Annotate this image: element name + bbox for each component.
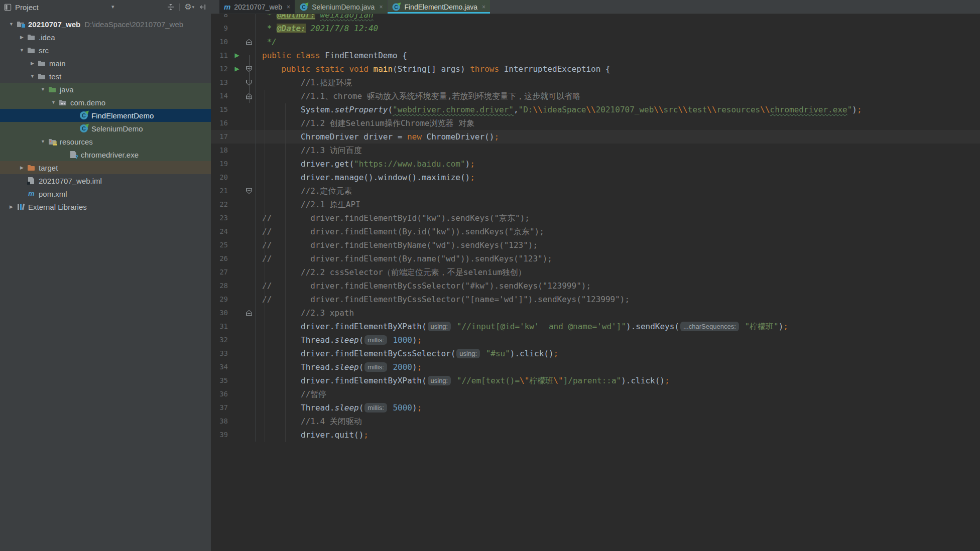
fold-marker-icon[interactable] — [243, 35, 255, 49]
tree-item-resources[interactable]: ▼resources — [0, 135, 211, 148]
code-text[interactable]: ChromeDriver driver = new ChromeDriver()… — [255, 130, 980, 144]
hide-panel-icon[interactable] — [199, 3, 207, 11]
code-line[interactable]: 14 //1.1、chrome 驱动放入系统环境变量,若放到环境变量下，这步就可… — [211, 89, 980, 103]
code-text[interactable]: //2.3 xpath — [255, 306, 980, 320]
expand-arrow[interactable]: ▼ — [27, 74, 38, 79]
code-text[interactable]: // driver.findElementByCssSelector("[nam… — [255, 293, 980, 306]
expand-arrow[interactable]: ▶ — [27, 61, 38, 66]
line-number[interactable]: 17 — [211, 130, 231, 144]
tree-item-20210707-web-iml[interactable]: 20210707_web.iml — [0, 174, 211, 187]
tab-close-icon[interactable]: × — [379, 4, 383, 11]
code-line[interactable]: 9 * @Date: 2021/7/8 12:40 — [211, 22, 980, 35]
tree-item-java[interactable]: ▼java — [0, 83, 211, 96]
code-line[interactable]: 11▶public class FindElementDemo { — [211, 49, 980, 62]
code-line[interactable]: 38 //1.4 关闭驱动 — [211, 415, 980, 428]
line-number[interactable]: 13 — [211, 76, 231, 89]
settle-icon[interactable] — [167, 3, 175, 11]
code-line[interactable]: 27 //2.2 cssSelector（前端定位元素，不是selenium独创… — [211, 265, 980, 279]
tab-20210707-web[interactable]: m20210707_web× — [219, 0, 295, 14]
code-text[interactable]: Thread.sleep(millis: 5000); — [255, 401, 980, 415]
code-text[interactable]: //1.2 创建Selenium操作Chrome浏览器 对象 — [255, 116, 980, 130]
code-text[interactable]: public class FindElementDemo { — [255, 49, 980, 62]
code-line[interactable]: 32 Thread.sleep(millis: 1000); — [211, 333, 980, 347]
line-number[interactable]: 36 — [211, 387, 231, 401]
expand-arrow[interactable]: ▶ — [17, 165, 27, 170]
expand-arrow[interactable]: ▼ — [17, 48, 27, 53]
code-text[interactable]: //1.1、chrome 驱动放入系统环境变量,若放到环境变量下，这步就可以省略 — [255, 89, 980, 103]
code-line[interactable]: 36 //暂停 — [211, 387, 980, 401]
code-line[interactable]: 15 System.setProperty("webdriver.chrome.… — [211, 103, 980, 116]
code-line[interactable]: 35 driver.findElementByXPath(using: "//e… — [211, 374, 980, 387]
code-line[interactable]: 20 driver.manage().window().maximize(); — [211, 171, 980, 184]
code-text[interactable]: driver.findElementByXPath(using: "//em[t… — [255, 374, 980, 387]
code-text[interactable]: // driver.findElement(By.name("wd")).sen… — [255, 252, 980, 265]
line-number[interactable]: 39 — [211, 428, 231, 442]
line-number[interactable]: 31 — [211, 320, 231, 333]
line-number[interactable]: 27 — [211, 265, 231, 279]
line-number[interactable]: 20 — [211, 171, 231, 184]
line-number[interactable]: 25 — [211, 238, 231, 252]
tree-item-com-demo[interactable]: ▼com.demo — [0, 96, 211, 109]
code-line[interactable]: 23// driver.findElementById("kw").sendKe… — [211, 211, 980, 225]
code-line[interactable]: 26// driver.findElement(By.name("wd")).s… — [211, 252, 980, 265]
tree-item-chromedriver-exe[interactable]: ?chromedriver.exe — [0, 148, 211, 161]
code-line[interactable]: 13 //1.搭建环境 — [211, 76, 980, 89]
code-text[interactable]: driver.quit(); — [255, 428, 980, 442]
code-line[interactable]: 19 driver.get("https://www.baidu.com"); — [211, 157, 980, 171]
code-line[interactable]: 25// driver.findElementByName("wd").send… — [211, 238, 980, 252]
line-number[interactable]: 33 — [211, 347, 231, 360]
code-text[interactable]: driver.findElementByCssSelector(using: "… — [255, 347, 980, 360]
line-number[interactable]: 30 — [211, 306, 231, 320]
line-number[interactable]: 8 — [211, 14, 231, 22]
code-text[interactable]: //2.定位元素 — [255, 184, 980, 198]
line-number[interactable]: 34 — [211, 360, 231, 374]
code-line[interactable]: 39 driver.quit(); — [211, 428, 980, 442]
line-number[interactable]: 32 — [211, 333, 231, 347]
expand-arrow[interactable]: ▼ — [38, 139, 48, 144]
expand-arrow[interactable]: ▼ — [6, 22, 17, 27]
code-text[interactable]: //1.搭建环境 — [255, 76, 980, 89]
code-text[interactable]: driver.findElementByXPath(using: "//inpu… — [255, 320, 980, 333]
gear-icon[interactable]: ⚙ ▾ — [184, 3, 194, 11]
tab-close-icon[interactable]: × — [287, 4, 290, 11]
code-text[interactable]: //1.4 关闭驱动 — [255, 415, 980, 428]
tree-item-target[interactable]: ▶target — [0, 161, 211, 174]
tree-item-pom-xml[interactable]: mpom.xml — [0, 187, 211, 200]
line-number[interactable]: 26 — [211, 252, 231, 265]
run-icon[interactable]: ▶ — [231, 49, 243, 62]
code-line[interactable]: 30 //2.3 xpath — [211, 306, 980, 320]
code-text[interactable]: //2.1 原生API — [255, 198, 980, 211]
code-text[interactable]: * @Date: 2021/7/8 12:40 — [255, 22, 980, 35]
tab-close-icon[interactable]: × — [482, 4, 485, 11]
line-number[interactable]: 29 — [211, 293, 231, 306]
code-line[interactable]: 12▶ public static void main(String[] arg… — [211, 62, 980, 76]
code-line[interactable]: 37 Thread.sleep(millis: 5000); — [211, 401, 980, 415]
code-text[interactable]: // driver.findElementByCssSelector("#kw"… — [255, 279, 980, 293]
code-line[interactable]: 33 driver.findElementByCssSelector(using… — [211, 347, 980, 360]
code-line[interactable]: 22 //2.1 原生API — [211, 198, 980, 211]
code-text[interactable]: // driver.findElementById("kw").sendKeys… — [255, 211, 980, 225]
line-number[interactable]: 22 — [211, 198, 231, 211]
line-number[interactable]: 14 — [211, 89, 231, 103]
line-number[interactable]: 9 — [211, 22, 231, 35]
expand-arrow[interactable]: ▼ — [48, 100, 59, 105]
line-number[interactable]: 12 — [211, 62, 231, 76]
code-editor[interactable]: 8 * @Author: weixiaojian9 * @Date: 2021/… — [211, 14, 980, 551]
code-line[interactable]: 10 */ — [211, 35, 980, 49]
code-text[interactable]: public static void main(String[] args) t… — [255, 62, 980, 76]
code-line[interactable]: 24// driver.findElement(By.id("kw")).sen… — [211, 225, 980, 238]
tree-item--idea[interactable]: ▶.idea — [0, 31, 211, 44]
code-line[interactable]: 17 ChromeDriver driver = new ChromeDrive… — [211, 130, 980, 144]
line-number[interactable]: 37 — [211, 401, 231, 415]
code-text[interactable]: // driver.findElement(By.id("kw")).sendK… — [255, 225, 980, 238]
code-line[interactable]: 18 //1.3 访问百度 — [211, 144, 980, 157]
run-icon[interactable]: ▶ — [231, 62, 243, 76]
tree-item-seleniumdemo[interactable]: CSeleniumDemo — [0, 122, 211, 135]
code-line[interactable]: 28// driver.findElementByCssSelector("#k… — [211, 279, 980, 293]
fold-marker-icon[interactable] — [243, 184, 255, 198]
code-text[interactable]: Thread.sleep(millis: 1000); — [255, 333, 980, 347]
line-number[interactable]: 35 — [211, 374, 231, 387]
line-number[interactable]: 21 — [211, 184, 231, 198]
code-line[interactable]: 31 driver.findElementByXPath(using: "//i… — [211, 320, 980, 333]
code-line[interactable]: 21 //2.定位元素 — [211, 184, 980, 198]
